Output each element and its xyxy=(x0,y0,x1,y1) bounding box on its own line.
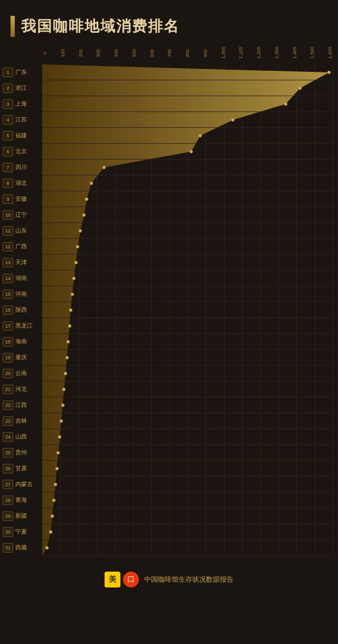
row-label: 30宁夏 xyxy=(3,524,41,539)
row-label: 17黑龙江 xyxy=(3,318,41,333)
province-name: 江西 xyxy=(15,401,27,409)
data-dot xyxy=(55,467,59,470)
province-name: 黑龙江 xyxy=(15,322,33,330)
row-label: 8湖北 xyxy=(3,175,41,191)
rank-badge: 17 xyxy=(3,321,13,331)
x-axis-label: 200 xyxy=(78,45,83,61)
province-name: 河北 xyxy=(15,385,27,393)
chart-row: 15河南 xyxy=(42,286,333,302)
row-label: 22江西 xyxy=(3,397,41,413)
rank-badge: 13 xyxy=(3,258,13,267)
x-axis-label: 900 xyxy=(203,45,208,61)
data-dot xyxy=(69,309,72,312)
chart-row: 18海南 xyxy=(42,334,333,350)
data-dot xyxy=(102,166,106,169)
rank-badge: 22 xyxy=(3,400,13,410)
grid-line xyxy=(333,64,333,556)
chart-row: 4江苏 xyxy=(42,112,333,128)
rank-badge: 30 xyxy=(3,527,13,537)
chart-row: 23吉林 xyxy=(42,413,333,429)
province-name: 重庆 xyxy=(15,353,27,361)
row-label: 15河南 xyxy=(3,286,41,302)
chart-row: 10辽宁 xyxy=(42,207,333,223)
title-section: 我国咖啡地域消费排名 xyxy=(0,11,338,45)
province-name: 四川 xyxy=(15,163,27,171)
province-name: 北京 xyxy=(15,147,27,155)
data-dot xyxy=(72,277,76,280)
rank-badge: 9 xyxy=(3,194,13,204)
row-label: 11山东 xyxy=(3,223,41,238)
data-dot xyxy=(298,87,302,90)
data-dot xyxy=(62,388,65,391)
province-name: 宁夏 xyxy=(15,528,27,536)
page-container: 我国咖啡地域消费排名 01002003004005006007008009001… xyxy=(0,0,338,609)
data-dot xyxy=(49,530,52,534)
row-label: 16陕西 xyxy=(3,302,41,318)
row-label: 1广东 xyxy=(3,64,41,80)
province-name: 湖北 xyxy=(15,179,27,187)
data-dot xyxy=(74,261,78,264)
footer-logos: 美 口 xyxy=(105,572,139,587)
province-name: 河南 xyxy=(15,290,27,298)
province-name: 上海 xyxy=(15,100,27,108)
x-axis: 01002003004005006007008009001,0001,1001,… xyxy=(42,45,333,63)
data-dot xyxy=(68,324,71,328)
rank-badge: 15 xyxy=(3,290,13,299)
province-name: 吉林 xyxy=(15,417,27,425)
row-label: 9安徽 xyxy=(3,191,41,207)
data-dot xyxy=(71,293,74,296)
data-dot xyxy=(61,404,64,407)
data-dot xyxy=(60,419,63,423)
chart-row: 17黑龙江 xyxy=(42,318,333,334)
chart-row: 27内蒙古 xyxy=(42,477,333,492)
row-label: 23吉林 xyxy=(3,413,41,428)
rank-badge: 21 xyxy=(3,385,13,394)
row-label: 21河北 xyxy=(3,381,41,397)
x-axis-label: 800 xyxy=(185,45,190,61)
x-axis-label: 1,400 xyxy=(292,45,297,61)
footer-text: 中国咖啡馆生存状况数据报告 xyxy=(144,575,233,584)
rank-badge: 14 xyxy=(3,274,13,283)
row-label: 27内蒙古 xyxy=(3,477,41,492)
province-name: 山西 xyxy=(15,433,27,441)
chart-row: 30宁夏 xyxy=(42,524,333,540)
data-dot xyxy=(57,451,60,454)
rank-badge: 4 xyxy=(3,115,13,125)
x-axis-label: 1,600 xyxy=(327,45,333,61)
data-dot xyxy=(190,150,193,153)
province-name: 福建 xyxy=(15,132,27,139)
row-label: 18海南 xyxy=(3,334,41,349)
chart-row: 21河北 xyxy=(42,381,333,397)
data-dot xyxy=(67,340,70,343)
row-label: 10辽宁 xyxy=(3,207,41,222)
province-name: 广西 xyxy=(15,242,27,250)
chart-row: 26甘肃 xyxy=(42,461,333,477)
province-name: 浙江 xyxy=(15,84,27,92)
chart-row: 28青海 xyxy=(42,492,333,508)
province-name: 贵州 xyxy=(15,449,27,456)
x-axis-label: 0 xyxy=(42,45,48,61)
data-dot xyxy=(90,182,93,185)
data-dot xyxy=(52,499,55,502)
province-name: 甘肃 xyxy=(15,464,27,472)
x-axis-label: 1,300 xyxy=(274,45,279,61)
row-label: 2浙江 xyxy=(3,80,41,96)
chart-row: 25贵州 xyxy=(42,445,333,461)
row-label: 20云南 xyxy=(3,366,41,381)
province-name: 青海 xyxy=(15,496,27,504)
chart-area: 1广东2浙江3上海4江苏5福建6北京7四川8湖北9安徽10辽宁11山东12广西1… xyxy=(42,64,333,556)
data-dot xyxy=(85,198,88,201)
row-label: 14湖南 xyxy=(3,270,41,286)
province-name: 湖南 xyxy=(15,274,27,282)
rank-badge: 3 xyxy=(3,99,13,109)
data-dot xyxy=(65,356,69,359)
chart-row: 16陕西 xyxy=(42,302,333,318)
rank-badge: 27 xyxy=(3,480,13,489)
rank-badge: 6 xyxy=(3,147,13,156)
data-dot xyxy=(82,213,86,217)
chart-row: 3上海 xyxy=(42,96,333,112)
data-dot xyxy=(64,372,67,375)
row-label: 25贵州 xyxy=(3,445,41,460)
rank-badge: 18 xyxy=(3,337,13,347)
rank-badge: 5 xyxy=(3,131,13,141)
